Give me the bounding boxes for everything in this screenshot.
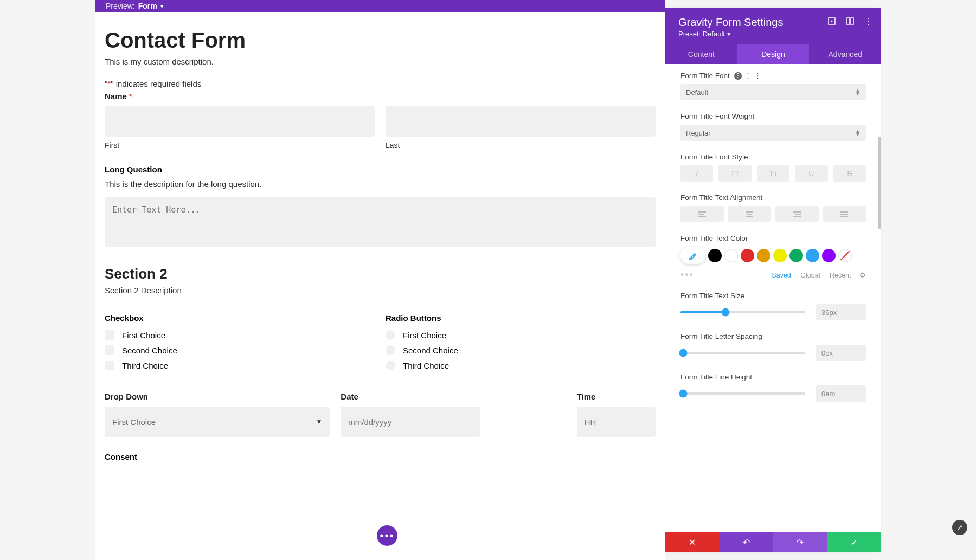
size-slider[interactable] xyxy=(680,311,805,313)
color-tab-recent[interactable]: Recent xyxy=(830,272,851,279)
style-label: Form Title Font Style xyxy=(680,153,866,161)
last-sublabel: Last xyxy=(386,141,656,150)
spacing-label: Form Title Letter Spacing xyxy=(680,332,866,340)
tab-content[interactable]: Content xyxy=(665,44,737,64)
radio-item[interactable]: Second Choice xyxy=(386,345,656,355)
long-question-textarea[interactable] xyxy=(105,197,656,247)
preset-selector[interactable]: Preset: Default ▾ xyxy=(678,30,868,38)
radio-icon xyxy=(386,330,395,340)
preview-label: Preview: xyxy=(106,2,135,10)
section-desc: Section 2 Description xyxy=(105,286,656,295)
font-select[interactable]: Default ▲▼ xyxy=(680,84,866,100)
more-vertical-icon[interactable]: ⋮ xyxy=(754,72,761,80)
eyedropper-button[interactable] xyxy=(680,247,705,264)
lineheight-value[interactable]: 0em xyxy=(816,385,866,402)
align-label: Form Title Text Alignment xyxy=(680,194,866,202)
date-input[interactable] xyxy=(341,407,480,437)
form-description: This is my custom description. xyxy=(105,57,656,66)
underline-button[interactable]: U xyxy=(795,165,827,182)
mobile-icon[interactable]: ▯ xyxy=(746,72,750,80)
more-options-fab[interactable]: ••• xyxy=(377,525,397,546)
radio-item[interactable]: Third Choice xyxy=(386,361,656,370)
consent-label: Consent xyxy=(105,452,656,461)
form-title: Contact Form xyxy=(105,28,656,53)
align-left-button[interactable] xyxy=(680,206,724,222)
svg-rect-3 xyxy=(851,18,853,24)
first-sublabel: First xyxy=(105,141,375,150)
color-swatch-none[interactable] xyxy=(838,249,852,262)
color-label: Form Title Text Color xyxy=(680,234,866,242)
spacing-slider[interactable] xyxy=(680,352,805,354)
tab-advanced[interactable]: Advanced xyxy=(809,44,881,64)
first-name-input[interactable] xyxy=(105,106,375,137)
name-label: Name * xyxy=(105,92,656,101)
color-swatch-yellow[interactable] xyxy=(773,249,787,262)
checkbox-item[interactable]: Second Choice xyxy=(105,345,375,355)
color-swatch-purple[interactable] xyxy=(822,249,836,262)
checkbox-item[interactable]: Third Choice xyxy=(105,361,375,370)
required-note: "*" indicates required fields xyxy=(105,79,656,88)
italic-button[interactable]: I xyxy=(680,165,713,182)
align-justify-button[interactable] xyxy=(823,206,866,222)
chevron-down-icon: ▼ xyxy=(159,3,165,9)
last-name-input[interactable] xyxy=(386,106,656,137)
weight-label: Form Title Font Weight xyxy=(680,112,866,120)
color-tab-global[interactable]: Global xyxy=(800,272,820,279)
more-colors-icon[interactable]: ••• xyxy=(680,269,694,281)
align-center-button[interactable] xyxy=(728,206,772,222)
date-label: Date xyxy=(341,392,566,401)
dropdown-label: Drop Down xyxy=(105,392,330,401)
uppercase-button[interactable]: TT xyxy=(718,165,751,182)
spacing-value[interactable]: 0px xyxy=(816,345,866,361)
color-swatch-white[interactable] xyxy=(724,249,738,262)
font-label: Form Title Font ? ▯ ⋮ xyxy=(680,72,866,80)
color-swatch-black[interactable] xyxy=(708,249,722,262)
color-swatch-red[interactable] xyxy=(741,249,754,262)
radio-icon xyxy=(386,361,395,370)
radio-icon xyxy=(386,345,395,355)
chevron-down-icon: ▼ xyxy=(316,418,322,426)
color-swatch-blue[interactable] xyxy=(806,249,819,262)
preview-value: Form xyxy=(138,2,157,10)
undo-button[interactable]: ↶ xyxy=(720,532,774,552)
more-vertical-icon[interactable]: ⋮ xyxy=(864,16,874,26)
weight-select[interactable]: Regular ▲▼ xyxy=(680,125,866,141)
size-value[interactable]: 36px xyxy=(816,304,866,320)
strikethrough-button[interactable]: S xyxy=(833,165,866,182)
help-icon[interactable]: ? xyxy=(734,72,742,80)
color-swatch-orange[interactable] xyxy=(757,249,770,262)
radio-group-label: Radio Buttons xyxy=(386,313,656,323)
preview-bar[interactable]: Preview: Form ▼ xyxy=(95,0,665,12)
smallcaps-button[interactable]: Tт xyxy=(757,165,789,182)
align-right-button[interactable] xyxy=(775,206,819,222)
long-question-label: Long Question xyxy=(105,165,656,174)
select-arrows-icon: ▲▼ xyxy=(855,130,861,136)
dropdown-select[interactable]: First Choice ▼ xyxy=(105,407,330,437)
color-tab-saved[interactable]: Saved xyxy=(772,272,791,279)
checkbox-group-label: Checkbox xyxy=(105,313,375,323)
long-question-desc: This is the description for the long que… xyxy=(105,179,656,189)
save-button[interactable]: ✓ xyxy=(827,532,882,552)
checkbox-item[interactable]: First Choice xyxy=(105,330,375,340)
expand-icon[interactable] xyxy=(827,16,837,26)
close-button[interactable]: ✕ xyxy=(665,532,720,552)
lineheight-slider[interactable] xyxy=(680,392,805,395)
svg-point-1 xyxy=(831,21,833,22)
section-title: Section 2 xyxy=(105,266,656,282)
radio-item[interactable]: First Choice xyxy=(386,330,656,340)
gear-icon[interactable]: ⚙ xyxy=(859,272,866,279)
select-arrows-icon: ▲▼ xyxy=(855,89,861,95)
svg-rect-2 xyxy=(847,18,850,24)
redo-button[interactable]: ↷ xyxy=(773,532,827,552)
scrollbar-thumb[interactable] xyxy=(878,137,881,229)
checkbox-icon xyxy=(105,345,114,355)
tab-design[interactable]: Design xyxy=(737,44,810,64)
size-label: Form Title Text Size xyxy=(680,292,866,300)
checkbox-icon xyxy=(105,330,114,340)
checkbox-icon xyxy=(105,361,114,370)
columns-icon[interactable] xyxy=(845,16,855,26)
expand-fab[interactable]: ⤢ xyxy=(952,520,967,535)
color-swatch-green[interactable] xyxy=(789,249,803,262)
lineheight-label: Form Title Line Height xyxy=(680,373,866,381)
time-input[interactable] xyxy=(577,407,656,437)
